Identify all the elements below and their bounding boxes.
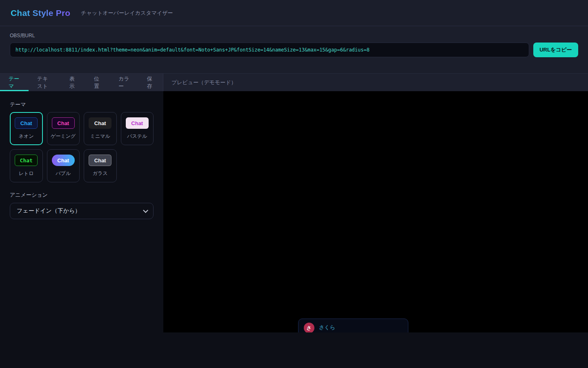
theme-panel: テーマ Chat ネオン Chat ゲーミング Chat ミニマル Chat パ… — [0, 91, 163, 332]
preview-area: さ さくら — [163, 91, 588, 332]
theme-card-gaming[interactable]: Chat ゲーミング — [47, 112, 80, 145]
obs-url-input[interactable] — [10, 43, 529, 57]
theme-swatch-pastel: Chat — [126, 117, 149, 129]
theme-card-label: ネオン — [19, 133, 34, 140]
theme-card-label: レトロ — [19, 170, 34, 177]
avatar: さ — [304, 323, 314, 332]
settings-tabs: テーマ テキスト 表示 位置 カラー 保存 — [0, 74, 163, 91]
theme-swatch-glass: Chat — [89, 155, 111, 166]
tab-save[interactable]: 保存 — [138, 74, 163, 91]
chat-username: さくら — [319, 324, 335, 332]
copy-url-button[interactable]: URLをコピー — [533, 43, 578, 57]
theme-grid: Chat ネオン Chat ゲーミング Chat ミニマル Chat パステル … — [10, 112, 154, 182]
preview-label: プレビュー（デモモード） — [172, 79, 236, 86]
app-title: Chat Style Pro — [11, 8, 70, 18]
app-subtitle: チャットオーバーレイカスタマイザー — [81, 9, 173, 17]
theme-swatch-neon: Chat — [15, 117, 38, 129]
theme-swatch-gaming: Chat — [52, 117, 75, 129]
obs-url-section: OBS用URL URLをコピー — [0, 26, 588, 74]
theme-card-label: バブル — [56, 170, 71, 177]
obs-url-row: URLをコピー — [10, 43, 578, 57]
theme-swatch-bubble: Chat — [52, 155, 75, 166]
tabs-row: テーマ テキスト 表示 位置 カラー 保存 プレビュー（デモモード） — [0, 74, 588, 91]
chevron-down-icon — [143, 208, 148, 213]
theme-card-label: ゲーミング — [51, 133, 76, 140]
theme-swatch-minimal: Chat — [89, 117, 111, 129]
main-content: テーマ Chat ネオン Chat ゲーミング Chat ミニマル Chat パ… — [0, 91, 588, 332]
app-header: Chat Style Pro チャットオーバーレイカスタマイザー — [0, 0, 588, 26]
theme-card-pastel[interactable]: Chat パステル — [121, 112, 154, 145]
animation-select-value: フェードイン（下から） — [17, 207, 80, 215]
theme-card-bubble[interactable]: Chat バブル — [47, 149, 80, 182]
theme-card-label: ガラス — [93, 170, 108, 177]
animation-section-label: アニメーション — [10, 191, 154, 199]
theme-card-neon[interactable]: Chat ネオン — [10, 112, 43, 145]
animation-select[interactable]: フェードイン（下から） — [10, 203, 154, 219]
theme-card-minimal[interactable]: Chat ミニマル — [84, 112, 117, 145]
tab-text[interactable]: テキスト — [29, 74, 61, 91]
chat-message: さ さくら — [298, 319, 408, 332]
theme-card-label: ミニマル — [90, 133, 110, 140]
obs-url-label: OBS用URL — [10, 32, 578, 39]
preview-header: プレビュー（デモモード） — [163, 74, 588, 91]
theme-card-glass[interactable]: Chat ガラス — [84, 149, 117, 182]
tab-color[interactable]: カラー — [110, 74, 138, 91]
theme-swatch-retro: Chat — [15, 155, 38, 166]
theme-card-label: パステル — [127, 133, 147, 140]
theme-card-retro[interactable]: Chat レトロ — [10, 149, 43, 182]
tab-theme[interactable]: テーマ — [0, 74, 29, 91]
theme-section-label: テーマ — [10, 101, 154, 108]
tab-display[interactable]: 表示 — [61, 74, 85, 91]
tab-position[interactable]: 位置 — [85, 74, 110, 91]
